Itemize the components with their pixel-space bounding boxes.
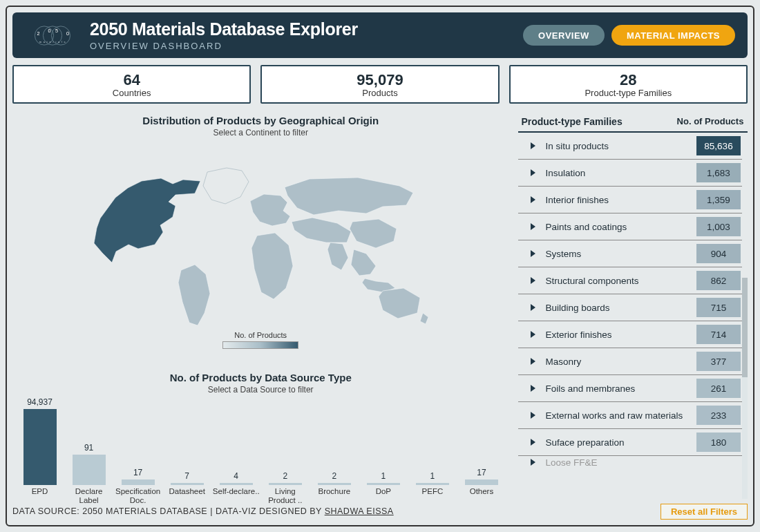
brand-logo: 2 0 5 0 m a t e r i a l s bbox=[25, 20, 80, 51]
page-title: 2050 Materials Database Explorer bbox=[90, 19, 523, 39]
expand-icon[interactable] bbox=[531, 169, 535, 176]
bar-column[interactable]: 91 bbox=[64, 443, 113, 485]
bar-value-label: 17 bbox=[477, 468, 486, 477]
map-legend-label: No. of Products bbox=[234, 331, 287, 339]
expand-icon[interactable] bbox=[531, 331, 535, 338]
expand-icon[interactable] bbox=[531, 358, 535, 365]
family-name: Building boards bbox=[545, 303, 696, 313]
kpi-row: 64 Countries 95,079 Products 28 Product-… bbox=[12, 65, 748, 104]
families-table-body[interactable]: In situ products85,636Insulation1,683Int… bbox=[518, 133, 748, 499]
family-row[interactable]: Structural components862 bbox=[518, 267, 742, 294]
bar-column[interactable]: 17 bbox=[457, 468, 506, 485]
page-subtitle: OVERVIEW DASHBOARD bbox=[90, 41, 523, 51]
bar-value-label: 94,937 bbox=[27, 397, 53, 407]
bar-x-label: SpecificationDoc. bbox=[113, 487, 162, 504]
bar-x-label: Self-declare.. bbox=[211, 487, 260, 504]
expand-icon[interactable] bbox=[531, 277, 535, 284]
footer-text: DATA SOURCE: 2050 MATERIALS DATABASE | D… bbox=[12, 506, 394, 516]
family-row[interactable]: Paints and coatings1,003 bbox=[518, 213, 742, 240]
header-bar: 2 0 5 0 m a t e r i a l s 2050 Materials… bbox=[12, 12, 748, 58]
family-row[interactable]: External works and raw materials233 bbox=[518, 402, 742, 429]
family-count: 1,003 bbox=[696, 217, 741, 236]
family-count: 904 bbox=[696, 244, 741, 263]
family-row[interactable]: Masonry377 bbox=[518, 348, 742, 375]
main-content: Distribution of Products by Geographical… bbox=[12, 111, 748, 499]
family-count: 180 bbox=[696, 433, 741, 452]
expand-icon[interactable] bbox=[531, 439, 535, 446]
expand-icon[interactable] bbox=[531, 196, 535, 203]
bar-column[interactable]: 7 bbox=[162, 471, 211, 485]
bar-column[interactable]: 4 bbox=[211, 471, 260, 485]
map-legend: No. of Products bbox=[222, 331, 298, 349]
world-map-svg bbox=[77, 160, 444, 332]
family-count: 862 bbox=[696, 271, 741, 290]
svg-text:0: 0 bbox=[66, 30, 69, 36]
bar-rect bbox=[318, 483, 351, 485]
bar-value-label: 4 bbox=[234, 471, 238, 481]
family-count: 377 bbox=[696, 352, 741, 371]
svg-text:2: 2 bbox=[37, 30, 40, 36]
bar-value-label: 91 bbox=[84, 443, 93, 453]
bar-x-label: DeclareLabel bbox=[64, 487, 113, 504]
expand-icon[interactable] bbox=[531, 223, 535, 230]
expand-icon[interactable] bbox=[531, 459, 535, 466]
tab-material-impacts[interactable]: MATERIAL IMPACTS bbox=[611, 25, 735, 46]
family-count: 1,683 bbox=[696, 163, 741, 182]
family-row[interactable]: Loose FF&E bbox=[518, 456, 742, 468]
family-row[interactable]: Insulation1,683 bbox=[518, 160, 742, 187]
bar-column[interactable]: 2 bbox=[310, 471, 359, 485]
bar-x-label: DoP bbox=[359, 487, 408, 504]
tab-overview[interactable]: OVERVIEW bbox=[523, 25, 605, 46]
data-source-bar-chart[interactable]: No. of Products by Data Source Type Sele… bbox=[12, 368, 509, 499]
family-count bbox=[696, 456, 741, 468]
expand-icon[interactable] bbox=[531, 304, 535, 311]
family-name: Masonry bbox=[545, 357, 696, 367]
family-row[interactable]: Interior finishes1,359 bbox=[518, 187, 742, 213]
footer-credit-name[interactable]: SHADWA EISSA bbox=[325, 506, 394, 516]
kpi-families-value: 28 bbox=[620, 71, 636, 89]
family-name: Insulation bbox=[545, 168, 696, 178]
bar-column[interactable]: 94,937 bbox=[15, 397, 64, 485]
families-scrollbar[interactable] bbox=[742, 133, 748, 499]
family-row[interactable]: Foils and membranes261 bbox=[518, 375, 742, 402]
bar-rect bbox=[416, 483, 449, 485]
family-count: 1,359 bbox=[696, 190, 741, 209]
bar-plot-area: 94,937911774221117 bbox=[12, 397, 509, 485]
family-row[interactable]: Building boards715 bbox=[518, 294, 742, 321]
svg-text:5: 5 bbox=[55, 28, 58, 34]
header-tabs: OVERVIEW MATERIAL IMPACTS bbox=[523, 25, 735, 46]
kpi-families-label: Product-type Families bbox=[585, 88, 672, 98]
bar-column[interactable]: 17 bbox=[113, 468, 162, 485]
family-row[interactable]: Suface preparation180 bbox=[518, 429, 742, 456]
bar-value-label: 1 bbox=[381, 471, 386, 481]
world-map-chart[interactable]: No. of Products bbox=[12, 140, 509, 368]
right-column: Product-type Families No. of Products In… bbox=[518, 111, 748, 499]
family-count: 233 bbox=[696, 406, 741, 425]
bar-rect bbox=[367, 483, 400, 485]
reset-all-filters-button[interactable]: Reset all Filters bbox=[661, 504, 748, 520]
bar-x-label: PEFC bbox=[408, 487, 457, 504]
bar-column[interactable]: 1 bbox=[359, 471, 408, 485]
bar-x-label: Datasheet bbox=[162, 487, 211, 504]
bar-value-label: 7 bbox=[184, 471, 189, 481]
kpi-countries-label: Countries bbox=[113, 88, 151, 98]
bar-value-label: 1 bbox=[430, 471, 435, 481]
family-name: Paints and coatings bbox=[545, 222, 696, 232]
kpi-products-value: 95,079 bbox=[357, 71, 403, 89]
family-row[interactable]: Exterior finishes714 bbox=[518, 321, 742, 348]
family-name: Loose FF&E bbox=[545, 457, 696, 468]
map-subtitle: Select a Continent to filter bbox=[12, 128, 509, 137]
expand-icon[interactable] bbox=[531, 142, 535, 149]
svg-text:m a t e r i a l s: m a t e r i a l s bbox=[39, 39, 66, 43]
bar-column[interactable]: 2 bbox=[260, 471, 310, 485]
families-header-name: Product-type Families bbox=[521, 116, 676, 127]
bar-chart-subtitle: Select a Data Source to filter bbox=[12, 385, 509, 395]
expand-icon[interactable] bbox=[531, 250, 535, 257]
expand-icon[interactable] bbox=[531, 412, 535, 419]
bar-value-label: 17 bbox=[133, 468, 142, 477]
family-row[interactable]: In situ products85,636 bbox=[518, 133, 742, 160]
bar-rect bbox=[269, 483, 302, 485]
bar-column[interactable]: 1 bbox=[408, 471, 457, 485]
family-row[interactable]: Systems904 bbox=[518, 240, 742, 267]
expand-icon[interactable] bbox=[531, 385, 535, 392]
